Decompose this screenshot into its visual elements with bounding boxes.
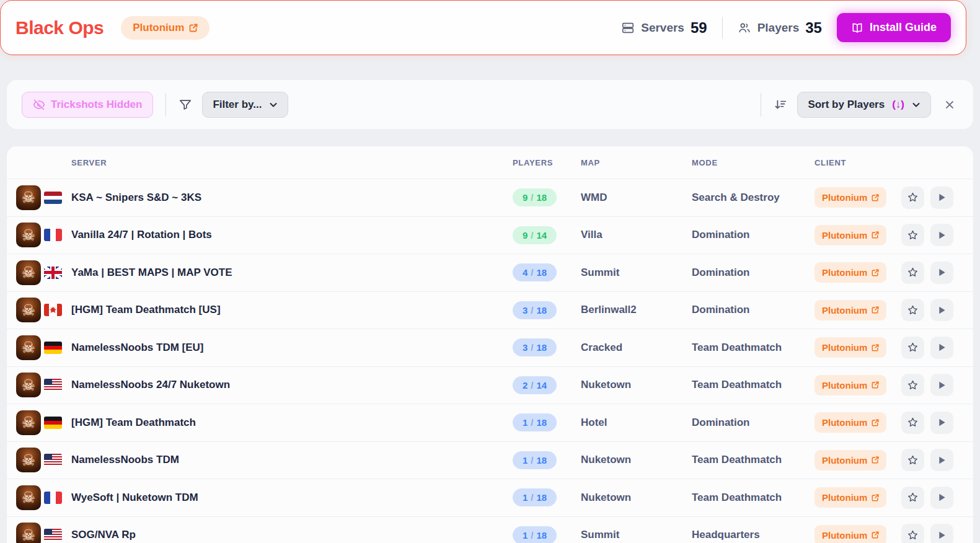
table-row[interactable]: ☠ KSA ~ Snipers S&D ~ 3KS 9/18 WMD Searc… bbox=[7, 179, 973, 216]
sort-by-label: Sort by Players bbox=[808, 99, 885, 111]
players-current: 4 bbox=[523, 267, 528, 278]
players-current: 3 bbox=[523, 305, 528, 316]
players-current: 1 bbox=[523, 417, 528, 428]
map-name: Nuketown bbox=[581, 379, 692, 391]
clear-filters-button[interactable] bbox=[941, 96, 958, 113]
favorite-star-button[interactable] bbox=[901, 412, 924, 434]
client-badge[interactable]: Plutonium bbox=[814, 187, 886, 208]
table-row[interactable]: ☠ YaMa | BEST MAPS | MAP VOTE 4/18 Summi… bbox=[7, 254, 973, 291]
favorite-star-button[interactable] bbox=[901, 374, 924, 396]
players-count-pill: 1/18 bbox=[513, 526, 557, 543]
sort-by-dropdown[interactable]: Sort by Players (↓) bbox=[797, 92, 931, 118]
game-icon: ☠ bbox=[16, 485, 41, 510]
players-count: 35 bbox=[805, 19, 822, 37]
players-current: 9 bbox=[523, 192, 528, 203]
favorite-star-button[interactable] bbox=[901, 449, 924, 471]
install-guide-button[interactable]: Install Guide bbox=[837, 13, 951, 42]
table-row[interactable]: ☠ NamelessNoobs TDM [EU] 3/18 Cracked Te… bbox=[7, 329, 973, 366]
table-row[interactable]: ☠ NamelessNoobs 24/7 Nuketown 2/14 Nuket… bbox=[7, 366, 973, 404]
column-header-map: MAP bbox=[581, 158, 692, 167]
table-header-row: SERVER PLAYERS MAP MODE CLIENT bbox=[7, 146, 973, 179]
table-row[interactable]: ☠ [HGM] Team Deathmatch [US] 3/18 Berlin… bbox=[7, 291, 973, 329]
game-icon: ☠ bbox=[16, 223, 41, 247]
join-play-button[interactable] bbox=[930, 412, 953, 434]
join-play-button[interactable] bbox=[930, 262, 953, 284]
players-max: 14 bbox=[536, 230, 547, 241]
eye-off-icon bbox=[33, 99, 45, 111]
server-table-body: ☠ KSA ~ Snipers S&D ~ 3KS 9/18 WMD Searc… bbox=[7, 179, 973, 543]
mode-name: Team Deathmatch bbox=[692, 492, 814, 504]
mode-name: Domination bbox=[692, 229, 814, 241]
column-header-server: SERVER bbox=[71, 158, 513, 167]
external-link-icon bbox=[872, 381, 879, 389]
skull-icon: ☠ bbox=[22, 340, 35, 355]
client-badge[interactable]: Plutonium bbox=[814, 525, 886, 543]
sort-divider bbox=[761, 93, 761, 117]
country-flag-icon bbox=[44, 454, 62, 466]
server-name: YaMa | BEST MAPS | MAP VOTE bbox=[71, 267, 513, 279]
favorite-star-button[interactable] bbox=[901, 187, 924, 209]
client-badge[interactable]: Plutonium bbox=[814, 375, 886, 395]
map-name: Berlinwall2 bbox=[581, 304, 692, 316]
table-row[interactable]: ☠ Vanilla 24/7 | Rotation | Bots 9/14 Vi… bbox=[7, 216, 973, 254]
favorite-star-button[interactable] bbox=[901, 524, 924, 543]
plutonium-link-badge[interactable]: Plutonium bbox=[121, 16, 210, 40]
players-label: Players bbox=[757, 21, 800, 35]
servers-label: Servers bbox=[641, 21, 684, 35]
country-flag-icon bbox=[44, 229, 62, 241]
client-badge[interactable]: Plutonium bbox=[814, 262, 886, 283]
table-row[interactable]: ☠ SOG/NVA Rp 1/18 Summit Headquarters Pl… bbox=[7, 516, 973, 543]
game-icon: ☠ bbox=[16, 260, 41, 285]
favorite-star-button[interactable] bbox=[901, 337, 924, 359]
map-name: Nuketown bbox=[581, 492, 692, 504]
trickshots-hidden-toggle[interactable]: Trickshots Hidden bbox=[22, 92, 153, 118]
mode-name: Domination bbox=[692, 304, 814, 316]
mode-name: Search & Destroy bbox=[692, 192, 814, 204]
client-badge[interactable]: Plutonium bbox=[814, 412, 886, 433]
client-badge[interactable]: Plutonium bbox=[814, 337, 886, 358]
table-row[interactable]: ☠ WyeSoft | Nuketown TDM 1/18 Nuketown T… bbox=[7, 479, 973, 516]
join-play-button[interactable] bbox=[930, 449, 953, 471]
server-name: SOG/NVA Rp bbox=[71, 529, 513, 541]
players-max: 18 bbox=[536, 305, 547, 316]
client-badge[interactable]: Plutonium bbox=[814, 225, 886, 245]
join-play-button[interactable] bbox=[930, 487, 953, 509]
skull-icon: ☠ bbox=[22, 302, 35, 318]
client-badge[interactable]: Plutonium bbox=[814, 300, 886, 320]
external-link-icon bbox=[872, 269, 879, 276]
client-badge[interactable]: Plutonium bbox=[814, 487, 886, 508]
join-play-button[interactable] bbox=[930, 374, 953, 396]
game-icon: ☠ bbox=[16, 373, 41, 397]
join-play-button[interactable] bbox=[930, 224, 953, 246]
country-flag-icon bbox=[44, 417, 62, 429]
join-play-button[interactable] bbox=[930, 524, 953, 543]
players-max: 18 bbox=[536, 417, 547, 428]
favorite-star-button[interactable] bbox=[901, 224, 924, 246]
column-header-players: PLAYERS bbox=[513, 158, 581, 167]
server-name: NamelessNoobs TDM [EU] bbox=[71, 342, 513, 354]
join-play-button[interactable] bbox=[930, 299, 953, 321]
join-play-button[interactable] bbox=[930, 337, 953, 359]
players-count-pill: 2/14 bbox=[513, 376, 557, 394]
client-badge[interactable]: Plutonium bbox=[814, 450, 886, 470]
favorite-star-button[interactable] bbox=[901, 487, 924, 509]
table-row[interactable]: ☠ [HGM] Team Deathmatch 1/18 Hotel Domin… bbox=[7, 404, 973, 441]
players-count-pill: 9/14 bbox=[513, 226, 557, 244]
client-label: Plutonium bbox=[822, 230, 867, 241]
page-title: Black Ops bbox=[15, 17, 104, 38]
players-separator: / bbox=[531, 342, 533, 353]
game-icon: ☠ bbox=[16, 448, 41, 472]
install-guide-label: Install Guide bbox=[870, 21, 937, 34]
external-link-icon bbox=[872, 456, 879, 464]
favorite-star-button[interactable] bbox=[901, 262, 924, 284]
game-icon: ☠ bbox=[16, 335, 41, 360]
players-max: 18 bbox=[536, 455, 547, 466]
client-label: Plutonium bbox=[822, 417, 867, 428]
table-row[interactable]: ☠ NamelessNoobs TDM 1/18 Nuketown Team D… bbox=[7, 441, 973, 479]
favorite-star-button[interactable] bbox=[901, 299, 924, 321]
filter-by-dropdown[interactable]: Filter by... bbox=[202, 92, 288, 118]
external-link-icon bbox=[872, 494, 879, 501]
join-play-button[interactable] bbox=[930, 187, 953, 209]
client-label: Plutonium bbox=[822, 455, 867, 466]
game-icon: ☠ bbox=[16, 185, 41, 210]
